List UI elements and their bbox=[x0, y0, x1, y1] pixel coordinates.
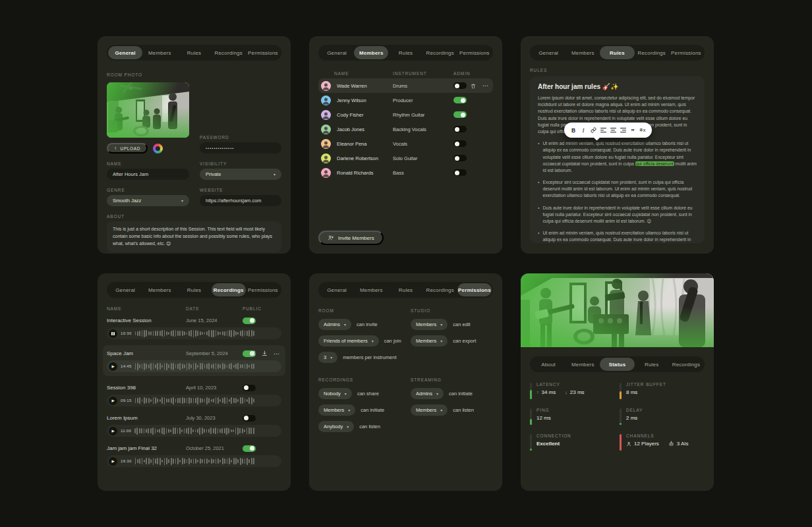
waveform[interactable] bbox=[135, 363, 276, 370]
tab-recordings[interactable]: Recordings bbox=[669, 358, 703, 371]
public-toggle[interactable] bbox=[243, 318, 256, 324]
recording-row[interactable]: Session 398 April 10, 2023 ▶ 09:15 bbox=[107, 382, 281, 406]
tab-permissions[interactable]: Permissions bbox=[246, 46, 280, 59]
link-icon[interactable] bbox=[589, 126, 598, 135]
tab-members[interactable]: Members bbox=[354, 283, 388, 296]
play-button[interactable]: ▶ bbox=[109, 457, 117, 466]
admin-toggle[interactable] bbox=[453, 82, 467, 89]
waveform[interactable] bbox=[134, 428, 276, 435]
tab-about[interactable]: About bbox=[531, 358, 566, 371]
tab-members[interactable]: Members bbox=[566, 46, 600, 59]
tab-rules[interactable]: Rules bbox=[635, 358, 669, 371]
align-right-icon[interactable] bbox=[618, 126, 627, 135]
bold-icon[interactable]: B bbox=[569, 126, 578, 135]
tab-members[interactable]: Members bbox=[142, 46, 177, 59]
admin-toggle[interactable] bbox=[453, 97, 467, 103]
member-row[interactable]: Wade Warren Drums ⋯ bbox=[318, 78, 493, 93]
waveform[interactable] bbox=[135, 397, 276, 404]
about-textarea[interactable]: This is just a short description of this… bbox=[107, 221, 281, 252]
tab-permissions[interactable]: Permissions bbox=[457, 46, 492, 59]
waveform[interactable] bbox=[135, 330, 276, 337]
member-row[interactable]: Eleanor Pena Vocals bbox=[318, 136, 493, 151]
website-field[interactable]: https://afterhoursjam.com bbox=[200, 195, 281, 206]
trash-icon[interactable] bbox=[471, 83, 476, 89]
admin-toggle[interactable] bbox=[453, 140, 467, 147]
quote-icon[interactable]: ” bbox=[628, 126, 637, 135]
align-center-icon[interactable] bbox=[608, 126, 618, 135]
chevron-down-icon: ▾ bbox=[181, 198, 183, 203]
member-row[interactable]: Jenny Wilson Producer bbox=[318, 93, 493, 107]
clear-format-icon[interactable]: Tx bbox=[638, 126, 647, 135]
tab-permissions[interactable]: Permissions bbox=[246, 283, 280, 296]
recording-row[interactable]: Lorem Ipsum July 30, 2023 ▶ 11:00 bbox=[107, 412, 281, 437]
public-toggle[interactable] bbox=[243, 385, 256, 391]
public-toggle[interactable] bbox=[243, 415, 256, 422]
tab-status[interactable]: Status bbox=[600, 358, 634, 371]
member-row[interactable]: Cody Fisher Rhythm Guitar bbox=[318, 107, 493, 122]
tab-members[interactable]: Members bbox=[566, 358, 600, 371]
password-field[interactable]: •••••••••••••• bbox=[200, 142, 281, 153]
tab-recordings[interactable]: Recordings bbox=[212, 283, 246, 296]
permission-dropdown[interactable]: Anybody ▾ bbox=[318, 421, 354, 432]
color-wheel-icon[interactable] bbox=[153, 144, 163, 153]
share-icon[interactable] bbox=[250, 350, 256, 356]
genre-dropdown[interactable]: Smooth Jazz ▾ bbox=[107, 195, 189, 206]
pause-button[interactable] bbox=[109, 329, 117, 338]
play-button[interactable]: ▶ bbox=[109, 362, 117, 371]
member-row[interactable]: Jacob Jones Backing Vocals bbox=[318, 122, 493, 136]
admin-toggle[interactable] bbox=[453, 126, 467, 132]
permission-dropdown[interactable]: 3 ▾ bbox=[318, 352, 337, 363]
tab-members[interactable]: Members bbox=[354, 46, 388, 59]
name-field[interactable]: After Hours Jam bbox=[107, 169, 189, 180]
tab-recordings[interactable]: Recordings bbox=[423, 283, 457, 296]
rules-editor[interactable]: After hour jam rules 🎸✨ Lorem ipsum dolo… bbox=[530, 76, 705, 243]
tab-recordings[interactable]: Recordings bbox=[212, 46, 246, 59]
permission-dropdown[interactable]: Members ▾ bbox=[318, 404, 355, 416]
admin-toggle[interactable] bbox=[453, 111, 467, 118]
avatar bbox=[321, 81, 331, 91]
member-name: Darlene Robertson bbox=[337, 155, 393, 161]
recording-row[interactable]: Interactive Session June 15, 2024 10:30 bbox=[107, 315, 281, 339]
tab-general[interactable]: General bbox=[320, 46, 354, 59]
recording-row[interactable]: Jam jam jam Final 32 October 25, 2021 ▶ … bbox=[107, 443, 281, 467]
permission-dropdown[interactable]: Friends of members ▾ bbox=[318, 335, 379, 347]
permission-dropdown[interactable]: Members ▾ bbox=[411, 335, 448, 347]
play-button[interactable]: ▶ bbox=[109, 397, 117, 405]
metric-jitter-buffet: JITTER BUFFET 8 ms bbox=[620, 382, 705, 395]
tab-rules[interactable]: Rules bbox=[388, 46, 422, 59]
permission-dropdown[interactable]: Admins ▾ bbox=[318, 319, 351, 330]
more-options-icon[interactable]: ⋯ bbox=[482, 82, 489, 89]
admin-toggle[interactable] bbox=[453, 169, 467, 176]
tab-members[interactable]: Members bbox=[142, 283, 177, 296]
tab-recordings[interactable]: Recordings bbox=[423, 46, 457, 59]
waveform[interactable] bbox=[135, 458, 276, 465]
tab-rules[interactable]: Rules bbox=[177, 46, 211, 59]
download-icon[interactable] bbox=[262, 350, 268, 356]
play-button[interactable]: ▶ bbox=[109, 427, 117, 435]
recording-row[interactable]: Space Jam September 5, 2024 ⋯ ▶ 14:45 bbox=[103, 345, 285, 376]
upload-button[interactable]: ↑ UPLOAD bbox=[107, 143, 148, 153]
admin-toggle[interactable] bbox=[453, 155, 467, 161]
permission-dropdown[interactable]: Members ▾ bbox=[411, 404, 448, 416]
member-row[interactable]: Ronald Richards Bass bbox=[318, 165, 493, 180]
italic-icon[interactable]: I bbox=[579, 126, 588, 135]
tab-rules[interactable]: Rules bbox=[600, 46, 634, 59]
tab-permissions[interactable]: Permissions bbox=[457, 283, 492, 296]
member-row[interactable]: Darlene Robertson Solo Guitar bbox=[318, 151, 493, 165]
tab-general[interactable]: General bbox=[531, 46, 566, 59]
visibility-dropdown[interactable]: Private ▾ bbox=[200, 169, 281, 180]
tab-general[interactable]: General bbox=[108, 283, 142, 296]
align-left-icon[interactable] bbox=[598, 126, 608, 135]
tab-recordings[interactable]: Recordings bbox=[635, 46, 669, 59]
invite-members-button[interactable]: Invite Members bbox=[318, 231, 384, 245]
more-options-icon[interactable]: ⋯ bbox=[274, 350, 280, 357]
tab-permissions[interactable]: Permissions bbox=[669, 46, 703, 59]
tab-general[interactable]: General bbox=[108, 46, 142, 59]
permission-dropdown[interactable]: Nobody ▾ bbox=[318, 388, 352, 399]
permission-dropdown[interactable]: Admins ▾ bbox=[411, 388, 444, 399]
tab-rules[interactable]: Rules bbox=[177, 283, 211, 296]
permission-dropdown[interactable]: Members ▾ bbox=[411, 319, 448, 330]
public-toggle[interactable] bbox=[243, 445, 256, 452]
tab-general[interactable]: General bbox=[320, 283, 354, 296]
tab-rules[interactable]: Rules bbox=[388, 283, 422, 296]
